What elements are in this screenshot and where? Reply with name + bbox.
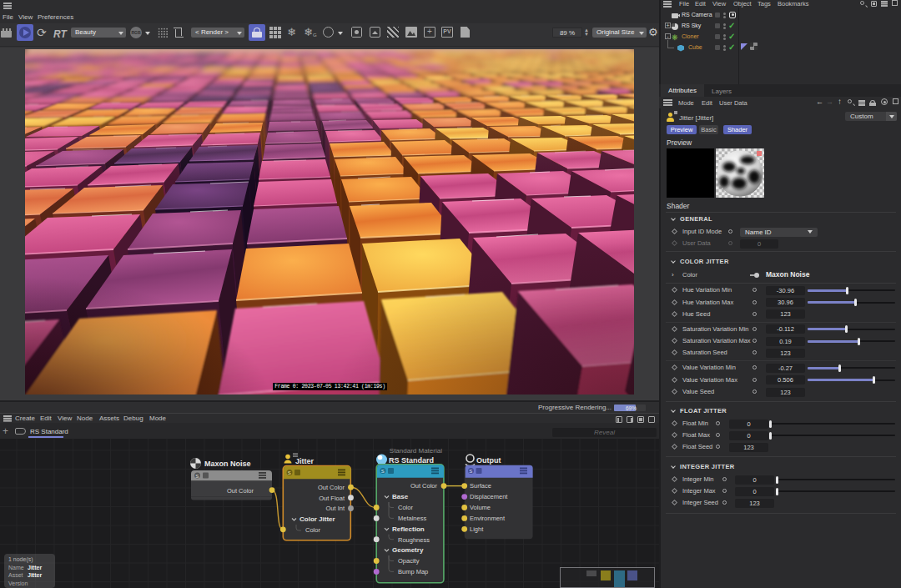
svg-text:Standard Material: Standard Material — [390, 447, 442, 455]
svg-text:Out Color: Out Color — [318, 484, 345, 491]
svg-text:Roughness: Roughness — [398, 536, 430, 544]
svg-text:Out Int: Out Int — [325, 505, 345, 512]
svg-text:S: S — [195, 474, 199, 479]
svg-text:Bump Map: Bump Map — [398, 568, 428, 575]
svg-text:Environment: Environment — [470, 515, 506, 522]
svg-text:Out Color: Out Color — [410, 482, 438, 490]
svg-text:Reflection: Reflection — [392, 525, 425, 533]
svg-text:Geometry: Geometry — [392, 546, 424, 554]
svg-text:Maxon Noise: Maxon Noise — [204, 460, 251, 468]
svg-text:Color Jitter: Color Jitter — [299, 515, 335, 523]
svg-text:Color: Color — [398, 504, 413, 511]
svg-text:Out Color: Out Color — [227, 487, 254, 495]
svg-text:Displacement: Displacement — [470, 493, 508, 500]
svg-text:S: S — [288, 470, 291, 475]
svg-text:S: S — [381, 469, 385, 474]
svg-text:Opacity: Opacity — [398, 557, 420, 565]
svg-text:Volume: Volume — [470, 504, 491, 511]
svg-text:Color: Color — [305, 526, 320, 534]
svg-text:S: S — [469, 469, 472, 474]
svg-text:Base: Base — [392, 493, 409, 500]
svg-text:Surface: Surface — [470, 482, 491, 490]
svg-text:Light: Light — [470, 525, 484, 533]
svg-text:Metalness: Metalness — [398, 515, 426, 522]
svg-text:Out Float: Out Float — [319, 495, 345, 502]
svg-text:Output: Output — [476, 456, 501, 465]
svg-text:RS Standard: RS Standard — [389, 456, 434, 465]
svg-text:Jitter: Jitter — [295, 457, 315, 465]
